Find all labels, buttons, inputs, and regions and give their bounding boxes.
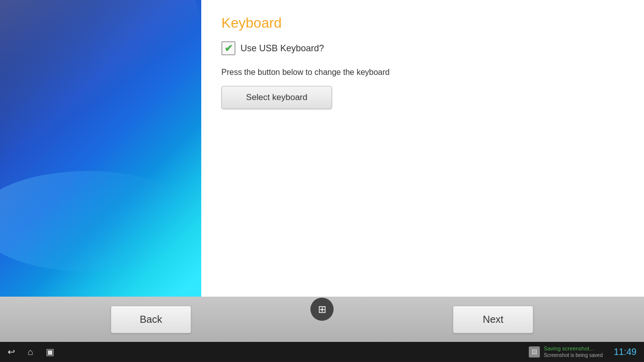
content-panel: Keyboard ✔ Use USB Keyboard? Press the b… [201, 0, 644, 297]
back-button[interactable]: Back [111, 306, 191, 333]
screenshot-text-block: Saving screenshot... Screenshot is being… [544, 345, 603, 358]
system-icons-left: ↩ ⌂ ▣ [8, 346, 54, 357]
home-nav-icon[interactable]: ⌂ [28, 347, 33, 357]
screenshot-circle[interactable]: ⊞ [310, 298, 334, 321]
clock-display: 11:49 [614, 347, 636, 357]
checkmark-icon: ✔ [224, 43, 233, 53]
screenshot-saving-text: Saving screenshot... [544, 345, 603, 352]
next-button[interactable]: Next [453, 306, 533, 333]
usb-keyboard-checkbox[interactable]: ✔ [221, 41, 235, 55]
navigation-bar: Back ⊞ Next [0, 297, 644, 342]
system-bar: ↩ ⌂ ▣ 🖼 Saving screenshot... Screenshot … [0, 342, 644, 362]
page-title: Keyboard [221, 15, 624, 31]
screenshot-notification: 🖼 Saving screenshot... Screenshot is bei… [529, 345, 603, 358]
back-nav-icon[interactable]: ↩ [8, 346, 15, 357]
instruction-text: Press the button below to change the key… [221, 68, 624, 77]
screenshot-icon: ⊞ [318, 303, 327, 315]
screenshot-thumbnail-icon: 🖼 [529, 346, 540, 357]
screenshot-sub-text: Screenshot is being saved [544, 352, 603, 358]
main-area: Keyboard ✔ Use USB Keyboard? Press the b… [0, 0, 644, 297]
select-keyboard-button[interactable]: Select keyboard [221, 86, 332, 109]
system-icons-right: 🖼 Saving screenshot... Screenshot is bei… [529, 345, 636, 358]
wallpaper-panel [0, 0, 201, 297]
usb-keyboard-row: ✔ Use USB Keyboard? [221, 41, 624, 55]
recents-nav-icon[interactable]: ▣ [46, 346, 54, 357]
usb-keyboard-label: Use USB Keyboard? [240, 43, 324, 54]
